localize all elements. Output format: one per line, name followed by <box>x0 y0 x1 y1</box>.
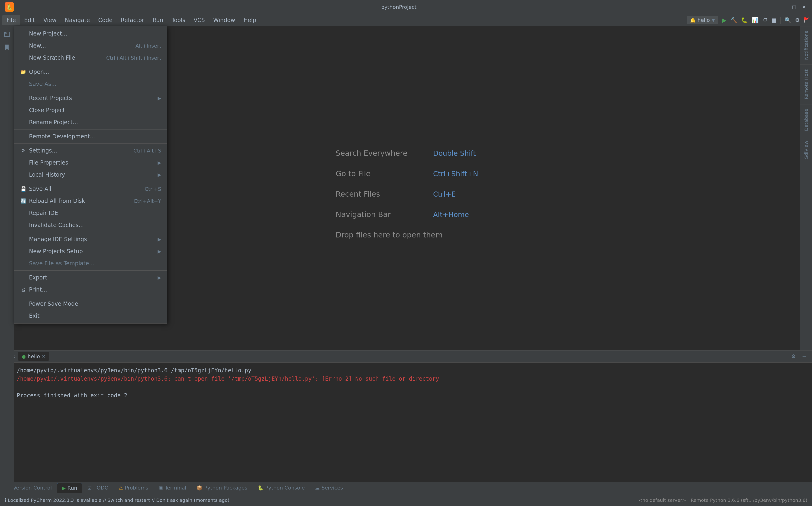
recent-projects-arrow: ▶ <box>158 95 161 101</box>
navigation-bar-label: Navigation Bar <box>336 210 424 219</box>
invalidate-label: Invalidate Caches... <box>29 222 84 228</box>
profile-button[interactable]: ⏱ <box>763 17 768 23</box>
menu-new-project[interactable]: New Project... <box>14 28 167 40</box>
menu-window[interactable]: Window <box>209 15 239 25</box>
menu-print[interactable]: 🖨 Print... <box>14 284 167 296</box>
menu-refactor[interactable]: Refactor <box>117 15 148 25</box>
status-left: ℹ Localized PyCharm 2022.3.3 is availabl… <box>5 497 638 503</box>
menu-file-properties[interactable]: File Properties ▶ <box>14 157 167 169</box>
close-project-label: Close Project <box>29 107 65 113</box>
menu-run[interactable]: Run <box>148 15 167 25</box>
search-everywhere-icon[interactable]: 🔍 <box>784 17 791 23</box>
run-tab-close-icon[interactable]: ✕ <box>42 354 45 359</box>
reload-icon: 🔄 <box>20 198 27 204</box>
debug-button[interactable]: 🐛 <box>741 17 748 23</box>
coverage-button[interactable]: 📊 <box>752 17 758 23</box>
menu-settings[interactable]: ⚙ Settings... Ctrl+Alt+S <box>14 145 167 157</box>
minimize-button[interactable]: ─ <box>781 4 787 10</box>
menu-repair-ide[interactable]: Repair IDE <box>14 207 167 219</box>
goto-file-shortcut[interactable]: Ctrl+Shift+N <box>433 170 478 178</box>
sidebar-item-project[interactable] <box>1 28 13 40</box>
navigation-bar-shortcut[interactable]: Alt+Home <box>433 210 469 219</box>
search-everywhere-shortcut[interactable]: Double Shift <box>433 149 476 157</box>
stop-button[interactable]: ■ <box>772 17 777 23</box>
menu-reload[interactable]: 🔄 Reload All from Disk Ctrl+Alt+Y <box>14 195 167 207</box>
maximize-button[interactable]: □ <box>791 4 797 10</box>
menu-bar: File Edit View Navigate Code Refactor Ru… <box>0 14 812 26</box>
save-as-label: Save As... <box>29 81 57 87</box>
menu-new-projects-setup[interactable]: New Projects Setup ▶ <box>14 245 167 257</box>
menu-code[interactable]: Code <box>94 15 116 25</box>
power-save-label: Power Save Mode <box>29 301 78 307</box>
status-server[interactable]: <no default server> <box>638 497 686 503</box>
status-bar: ℹ Localized PyCharm 2022.3.3 is availabl… <box>0 494 812 506</box>
menu-close-project[interactable]: Close Project <box>14 104 167 116</box>
save-all-label: Save All <box>29 186 51 192</box>
menu-view[interactable]: View <box>39 15 61 25</box>
menu-export[interactable]: Export ▶ <box>14 271 167 284</box>
close-button[interactable]: ✕ <box>801 4 807 10</box>
run-line-1: /home/pyvip/.virtualenvs/py3env/bin/pyth… <box>17 366 807 374</box>
run-header: Run: ● hello ✕ ⚙ ─ <box>0 350 812 362</box>
run-active-tab[interactable]: ● hello ✕ <box>18 352 49 361</box>
welcome-content: Search Everywhere Double Shift Go to Fil… <box>336 149 478 239</box>
tab-problems[interactable]: ⚠ Problems <box>114 483 153 493</box>
menu-new-scratch[interactable]: New Scratch File Ctrl+Alt+Shift+Insert <box>14 52 167 64</box>
svg-rect-2 <box>4 36 9 37</box>
right-tab-database[interactable]: Database <box>800 104 812 136</box>
run-tab-icon: ▶ <box>62 485 66 491</box>
tab-run[interactable]: ▶ Run <box>57 483 82 493</box>
tab-python-console[interactable]: 🐍 Python Console <box>253 483 309 493</box>
menu-local-history[interactable]: Local History ▶ <box>14 169 167 181</box>
sidebar-item-bookmark[interactable] <box>1 41 13 54</box>
menu-rename-project[interactable]: Rename Project... <box>14 116 167 129</box>
menu-file[interactable]: File <box>2 15 20 25</box>
recent-projects-label: Recent Projects <box>29 95 72 101</box>
tab-python-packages[interactable]: 📦 Python Packages <box>192 483 252 493</box>
menu-invalidate[interactable]: Invalidate Caches... <box>14 219 167 231</box>
right-tab-notifications[interactable]: Notifications <box>800 26 812 65</box>
drop-files-text: Drop files here to open them <box>336 231 443 239</box>
recent-files-shortcut[interactable]: Ctrl+E <box>433 190 455 198</box>
menu-help[interactable]: Help <box>239 15 261 25</box>
menu-vcs[interactable]: VCS <box>190 15 209 25</box>
tab-services[interactable]: ☁ Services <box>310 483 348 493</box>
separator-8 <box>14 297 167 297</box>
goto-file-label: Go to File <box>336 169 424 178</box>
menu-manage-ide[interactable]: Manage IDE Settings ▶ <box>14 233 167 245</box>
tab-todo[interactable]: ☑ TODO <box>83 483 113 493</box>
svg-rect-3 <box>9 32 9 37</box>
flag-icon[interactable]: 🚩 <box>803 17 810 23</box>
menu-recent-projects[interactable]: Recent Projects ▶ <box>14 92 167 104</box>
right-tab-remote-host[interactable]: Remote Host <box>800 65 812 104</box>
right-tab-sdiview[interactable]: SdiView <box>800 136 812 163</box>
menu-exit[interactable]: Exit <box>14 310 167 322</box>
new-scratch-label: New Scratch File <box>29 55 75 61</box>
python-console-label: Python Console <box>265 485 305 491</box>
menu-open[interactable]: 📁 Open... <box>14 66 167 78</box>
menu-remote-dev[interactable]: Remote Development... <box>14 131 167 143</box>
menu-power-save[interactable]: Power Save Mode <box>14 298 167 310</box>
menu-edit[interactable]: Edit <box>20 15 39 25</box>
services-label: Services <box>321 485 343 491</box>
run-settings-icon[interactable]: ⚙ <box>789 352 798 361</box>
status-interpreter[interactable]: Remote Python 3.6.6 (sft.../py3env/bin/p… <box>691 497 807 503</box>
run-output: /home/pyvip/.virtualenvs/py3env/bin/pyth… <box>12 362 812 482</box>
build-button[interactable]: 🔨 <box>730 17 737 23</box>
problems-icon: ⚠ <box>119 485 123 491</box>
menu-navigate[interactable]: Navigate <box>61 15 94 25</box>
tab-terminal[interactable]: ▣ Terminal <box>154 483 191 493</box>
recent-files-row: Recent Files Ctrl+E <box>336 190 455 198</box>
print-icon: 🖨 <box>20 287 27 292</box>
local-history-arrow: ▶ <box>158 172 161 178</box>
run-minimize-icon[interactable]: ─ <box>800 352 808 361</box>
settings-toolbar-icon[interactable]: ⚙ <box>795 17 800 23</box>
run-button[interactable]: ▶ <box>722 17 727 24</box>
title-bar-controls: ─ □ ✕ <box>781 4 807 10</box>
branch-selector[interactable]: 🔔 hello ▼ <box>687 16 718 24</box>
repair-ide-label: Repair IDE <box>29 210 58 216</box>
open-label: Open... <box>29 69 49 75</box>
menu-tools[interactable]: Tools <box>167 15 189 25</box>
menu-new[interactable]: New... Alt+Insert <box>14 40 167 52</box>
menu-save-all[interactable]: 💾 Save All Ctrl+S <box>14 183 167 195</box>
